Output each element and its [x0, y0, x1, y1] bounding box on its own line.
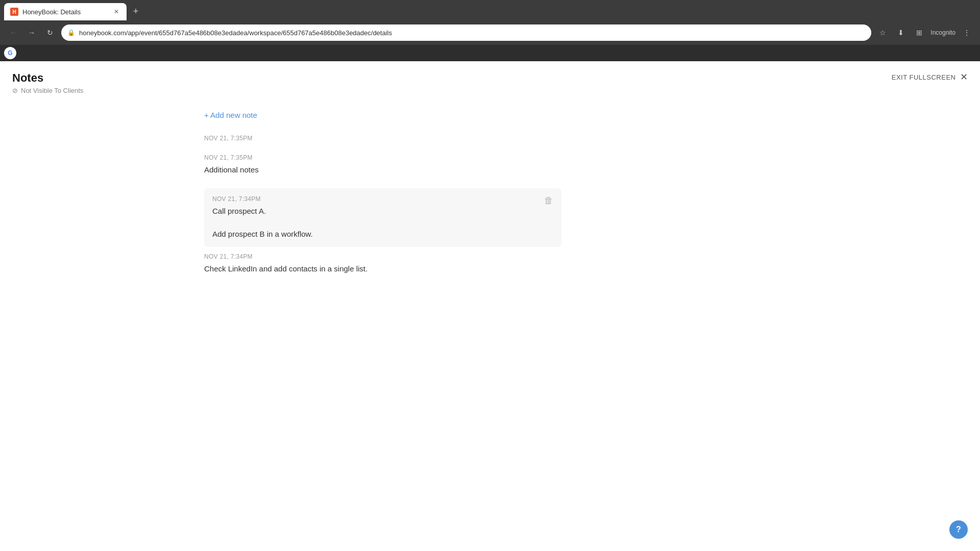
note-entry: NOV 21, 7:35PM Additional notes: [204, 154, 561, 176]
not-visible-text: Not Visible To Clients: [21, 87, 83, 94]
note-text: Check LinkedIn and add contacts in a sin…: [204, 263, 561, 275]
notes-title: Notes: [12, 71, 968, 85]
tab-title: HoneyBook: Details: [22, 8, 108, 16]
address-text: honeybook.com/app/event/655d767a5e486b08…: [79, 29, 865, 37]
delete-note-button[interactable]: 🗑: [544, 195, 553, 206]
help-button[interactable]: ?: [949, 520, 968, 539]
new-tab-button[interactable]: +: [129, 4, 143, 18]
bookmark-button[interactable]: ☆: [875, 26, 890, 40]
note-entry: NOV 21, 7:35PM: [204, 135, 561, 142]
address-bar-row: ← → ↻ 🔒 honeybook.com/app/event/655d767a…: [0, 20, 980, 45]
download-button[interactable]: ⬇: [894, 26, 908, 40]
note-text: Additional notes: [204, 164, 561, 176]
notes-list: + Add new note NOV 21, 7:35PM NOV 21, 7:…: [204, 101, 561, 297]
lock-icon: 🔒: [67, 29, 75, 36]
tab-close-button[interactable]: ✕: [112, 8, 120, 16]
browser-menu-button[interactable]: ⋮: [960, 26, 974, 40]
tab-favicon: H: [10, 8, 18, 16]
not-visible-label: ⊘ Not Visible To Clients: [12, 87, 968, 94]
incognito-label: Incognito: [930, 29, 955, 36]
exit-fullscreen-label: EXIT FULLSCREEN: [892, 73, 956, 81]
active-tab[interactable]: H HoneyBook: Details ✕: [4, 3, 127, 20]
address-bar[interactable]: 🔒 honeybook.com/app/event/655d767a5e486b…: [61, 24, 871, 41]
close-icon: ✕: [960, 71, 968, 83]
note-text: Call prospect A.Add prospect B in a work…: [212, 206, 553, 240]
exit-fullscreen-button[interactable]: EXIT FULLSCREEN ✕: [892, 71, 968, 83]
page-content: Notes ⊘ Not Visible To Clients EXIT FULL…: [0, 61, 980, 551]
tab-bar: H HoneyBook: Details ✕ +: [0, 0, 980, 20]
google-icon[interactable]: G: [4, 47, 16, 59]
note-timestamp: NOV 21, 7:34PM: [204, 253, 561, 260]
note-timestamp: NOV 21, 7:35PM: [204, 154, 561, 161]
note-entry-highlighted: NOV 21, 7:34PM Call prospect A.Add prosp…: [204, 188, 561, 247]
back-button[interactable]: ←: [6, 26, 20, 40]
extensions-button[interactable]: ⊞: [912, 26, 926, 40]
reload-button[interactable]: ↻: [43, 26, 57, 40]
eye-slash-icon: ⊘: [12, 87, 18, 94]
add-new-note-button[interactable]: + Add new note: [204, 111, 257, 119]
note-entry: NOV 21, 7:34PM Check LinkedIn and add co…: [204, 253, 561, 275]
note-timestamp: NOV 21, 7:35PM: [204, 135, 561, 142]
note-timestamp: NOV 21, 7:34PM: [212, 195, 553, 203]
google-row: G: [0, 45, 980, 61]
forward-button[interactable]: →: [24, 26, 39, 40]
notes-header: Notes ⊘ Not Visible To Clients: [0, 61, 980, 101]
